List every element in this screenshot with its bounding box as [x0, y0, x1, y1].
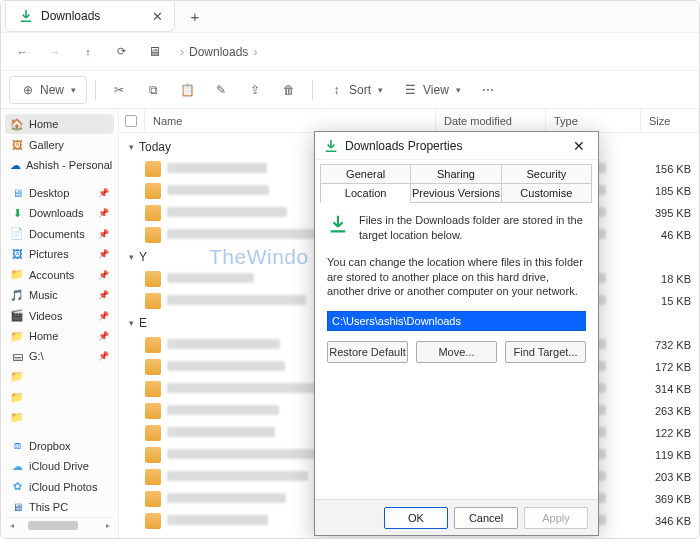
sidebar-item-drive-g[interactable]: 🖴G:\📌	[5, 346, 114, 366]
chevron-right-icon: ›	[253, 45, 257, 59]
file-size: 395 KB	[641, 207, 699, 219]
file-size: 263 KB	[641, 405, 699, 417]
file-icon	[145, 205, 161, 221]
file-size: 119 KB	[641, 449, 699, 461]
refresh-button[interactable]: ⟳	[106, 37, 136, 67]
share-button[interactable]: ⇪	[240, 76, 270, 104]
scroll-left-icon[interactable]: ◂	[5, 519, 18, 532]
file-size: 15 KB	[641, 295, 699, 307]
apply-button[interactable]: Apply	[524, 507, 588, 529]
file-size: 185 KB	[641, 185, 699, 197]
cancel-button[interactable]: Cancel	[454, 507, 518, 529]
restore-default-button[interactable]: Restore Default	[327, 341, 408, 363]
view-button[interactable]: ☰ View ▾	[395, 76, 469, 104]
documents-icon: 📄	[10, 227, 24, 241]
sidebar-item-onedrive[interactable]: ☁Ashish - Personal	[5, 155, 114, 175]
tab-close-icon[interactable]: ✕	[150, 9, 164, 23]
plus-circle-icon: ⊕	[20, 82, 35, 97]
browser-tab-downloads[interactable]: Downloads ✕	[5, 2, 175, 32]
dropbox-icon: ⧈	[10, 439, 24, 453]
dialog-close-button[interactable]: ✕	[566, 134, 592, 158]
sidebar-item-folder[interactable]: 📁	[5, 387, 114, 407]
properties-dialog: Downloads Properties ✕ General Sharing S…	[314, 131, 599, 536]
sidebar-item-folder[interactable]: 📁	[5, 367, 114, 387]
sidebar-item-accounts[interactable]: 📁Accounts📌	[5, 265, 114, 285]
paste-button[interactable]: 📋	[172, 76, 202, 104]
paste-icon: 📋	[180, 82, 195, 97]
dialog-titlebar[interactable]: Downloads Properties ✕	[315, 132, 598, 160]
sidebar-item-gallery[interactable]: 🖼Gallery	[5, 134, 114, 154]
forward-button[interactable]: →	[40, 37, 70, 67]
pin-icon: 📌	[98, 249, 109, 259]
pictures-icon: 🖼	[10, 247, 24, 261]
copy-icon: ⧉	[146, 82, 161, 97]
new-button[interactable]: ⊕ New ▾	[9, 76, 87, 104]
sidebar-item-home[interactable]: 🏠Home	[5, 114, 114, 134]
folder-icon: 📁	[10, 268, 24, 282]
sidebar-item-music[interactable]: 🎵Music📌	[5, 285, 114, 305]
sidebar-item-videos[interactable]: 🎬Videos📌	[5, 305, 114, 325]
move-button[interactable]: Move...	[416, 341, 497, 363]
file-icon	[145, 227, 161, 243]
copy-button[interactable]: ⧉	[138, 76, 168, 104]
icloud-icon: ☁	[10, 459, 24, 473]
cut-button[interactable]: ✂	[104, 76, 134, 104]
sidebar-item-folder[interactable]: 📁	[5, 408, 114, 428]
tab-general[interactable]: General	[320, 164, 411, 184]
tab-security[interactable]: Security	[501, 164, 592, 184]
file-icon	[145, 381, 161, 397]
location-path-input[interactable]	[327, 311, 586, 331]
header-name[interactable]: Name	[145, 109, 436, 132]
header-date[interactable]: Date modified	[436, 109, 546, 132]
sort-icon: ↕	[329, 82, 344, 97]
downloads-icon	[323, 138, 339, 154]
dialog-title: Downloads Properties	[345, 139, 462, 153]
pin-icon: 📌	[98, 290, 109, 300]
monitor-icon[interactable]: 🖥	[139, 37, 169, 67]
rename-button[interactable]: ✎	[206, 76, 236, 104]
checkbox-icon[interactable]	[125, 115, 137, 127]
header-size[interactable]: Size	[641, 109, 699, 132]
tab-location[interactable]: Location	[320, 183, 411, 203]
pin-icon: 📌	[98, 208, 109, 218]
sidebar-item-icloud-photos[interactable]: ✿iCloud Photos	[5, 476, 114, 496]
breadcrumb-item[interactable]: Downloads	[189, 45, 248, 59]
sidebar-item-icloud-drive[interactable]: ☁iCloud Drive	[5, 456, 114, 476]
breadcrumb[interactable]: › Downloads ›	[180, 45, 257, 59]
header-type[interactable]: Type	[546, 109, 641, 132]
ok-button[interactable]: OK	[384, 507, 448, 529]
find-target-button[interactable]: Find Target...	[505, 341, 586, 363]
sidebar-scrollbar[interactable]: ◂ ▸	[5, 517, 114, 533]
more-button[interactable]: ⋯	[473, 76, 503, 104]
separator	[312, 80, 313, 100]
cut-icon: ✂	[112, 82, 127, 97]
sidebar-item-downloads[interactable]: ⬇Downloads📌	[5, 203, 114, 223]
drive-icon: 🖴	[10, 349, 24, 363]
tab-previous-versions[interactable]: Previous Versions	[410, 183, 501, 203]
view-icon: ☰	[403, 82, 418, 97]
sidebar-item-pictures[interactable]: 🖼Pictures📌	[5, 244, 114, 264]
sidebar-item-desktop[interactable]: 🖥Desktop📌	[5, 183, 114, 203]
file-icon	[145, 469, 161, 485]
delete-button[interactable]: 🗑	[274, 76, 304, 104]
up-button[interactable]: ↑	[73, 37, 103, 67]
downloads-icon	[18, 8, 34, 24]
sidebar-item-home2[interactable]: 📁Home📌	[5, 326, 114, 346]
header-checkbox[interactable]	[119, 109, 145, 132]
scroll-right-icon[interactable]: ▸	[101, 519, 114, 532]
chevron-down-icon: ▾	[71, 85, 76, 95]
new-tab-button[interactable]: +	[181, 3, 209, 31]
cloud-icon: ☁	[10, 158, 21, 172]
tab-customise[interactable]: Customise	[501, 183, 592, 203]
pin-icon: 📌	[98, 229, 109, 239]
back-button[interactable]: ←	[7, 37, 37, 67]
file-icon	[145, 513, 161, 529]
desktop-icon: 🖥	[10, 186, 24, 200]
folder-icon: 📁	[10, 370, 24, 384]
sort-button[interactable]: ↕ Sort ▾	[321, 76, 391, 104]
sidebar-item-documents[interactable]: 📄Documents📌	[5, 224, 114, 244]
scrollbar-thumb[interactable]	[28, 521, 78, 530]
sidebar-item-dropbox[interactable]: ⧈Dropbox	[5, 435, 114, 455]
tab-sharing[interactable]: Sharing	[410, 164, 501, 184]
sidebar-item-this-pc[interactable]: 🖥This PC	[5, 497, 114, 517]
